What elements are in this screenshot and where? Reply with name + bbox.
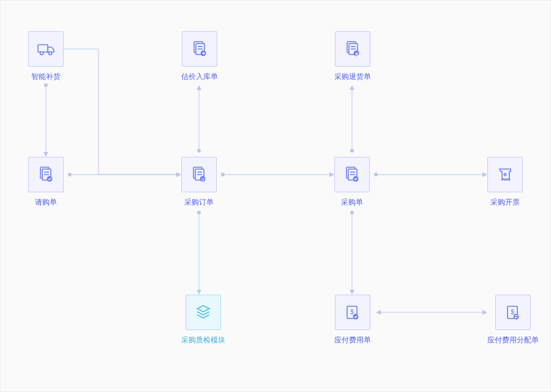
money-swap-icon: $ — [495, 295, 531, 330]
svg-text:订: 订 — [201, 178, 204, 181]
doc-check-icon — [334, 157, 370, 192]
svg-text:$: $ — [511, 309, 514, 315]
svg-point-34 — [47, 176, 53, 182]
node-label: 应付费用分配单 — [487, 335, 539, 345]
node-label: 采购开票 — [490, 197, 520, 208]
node-estimate-in[interactable]: 估价入库单 — [181, 31, 218, 82]
svg-point-9 — [221, 173, 225, 176]
svg-marker-8 — [197, 85, 201, 90]
money-check-icon: $ — [335, 295, 370, 330]
svg-point-28 — [40, 52, 43, 55]
doc-order-icon: 订 — [181, 157, 217, 192]
svg-marker-2 — [43, 152, 48, 157]
node-smart-replenish[interactable]: 智能补货 — [28, 31, 64, 82]
node-label: 采购订单 — [184, 197, 214, 208]
node-label: 采购退货单 — [334, 72, 371, 82]
svg-marker-20 — [482, 172, 487, 177]
svg-point-59 — [353, 314, 359, 320]
invoice-icon — [487, 157, 523, 192]
svg-point-18 — [374, 173, 378, 176]
svg-point-63 — [514, 314, 519, 320]
svg-text:退: 退 — [354, 52, 359, 56]
node-label: 应付费用单 — [334, 335, 371, 345]
svg-point-21 — [350, 211, 354, 214]
doc-return-icon: 退 — [335, 31, 370, 67]
layers-icon — [186, 295, 221, 330]
svg-point-6 — [197, 149, 201, 153]
doc-check-icon — [28, 157, 64, 192]
svg-marker-3 — [176, 172, 181, 177]
svg-marker-11 — [329, 172, 334, 177]
svg-point-60 — [504, 173, 507, 176]
svg-rect-27 — [38, 45, 48, 52]
truck-icon — [28, 31, 64, 67]
svg-marker-17 — [350, 85, 354, 90]
svg-point-0 — [44, 83, 48, 87]
svg-marker-25 — [376, 310, 381, 315]
node-label: 采购质检模块 — [181, 335, 225, 345]
svg-marker-23 — [350, 290, 354, 295]
node-payable[interactable]: $ 应付费用单 — [334, 295, 371, 345]
node-purchase-order[interactable]: 订 采购订单 — [181, 157, 217, 208]
svg-marker-26 — [482, 310, 487, 315]
connectors-layer — [1, 1, 551, 392]
svg-text:$: $ — [350, 309, 354, 315]
svg-point-12 — [197, 211, 201, 214]
node-qc-module[interactable]: 采购质检模块 — [181, 295, 225, 345]
svg-point-56 — [353, 176, 359, 182]
doc-arrow-icon — [182, 31, 217, 67]
svg-point-15 — [350, 149, 354, 153]
node-request[interactable]: 请购单 — [28, 157, 64, 208]
node-return[interactable]: 退 采购退货单 — [334, 31, 371, 82]
node-invoice[interactable]: 采购开票 — [487, 157, 523, 208]
node-purchase[interactable]: 采购单 — [334, 157, 370, 208]
node-label: 估价入库单 — [181, 72, 218, 82]
node-label: 请购单 — [35, 197, 57, 208]
svg-point-4 — [68, 173, 72, 176]
node-label: 采购单 — [341, 197, 363, 208]
svg-point-29 — [49, 52, 52, 55]
node-allocate[interactable]: $ 应付费用分配单 — [487, 295, 539, 345]
svg-marker-14 — [197, 290, 201, 295]
node-label: 智能补货 — [31, 72, 61, 82]
